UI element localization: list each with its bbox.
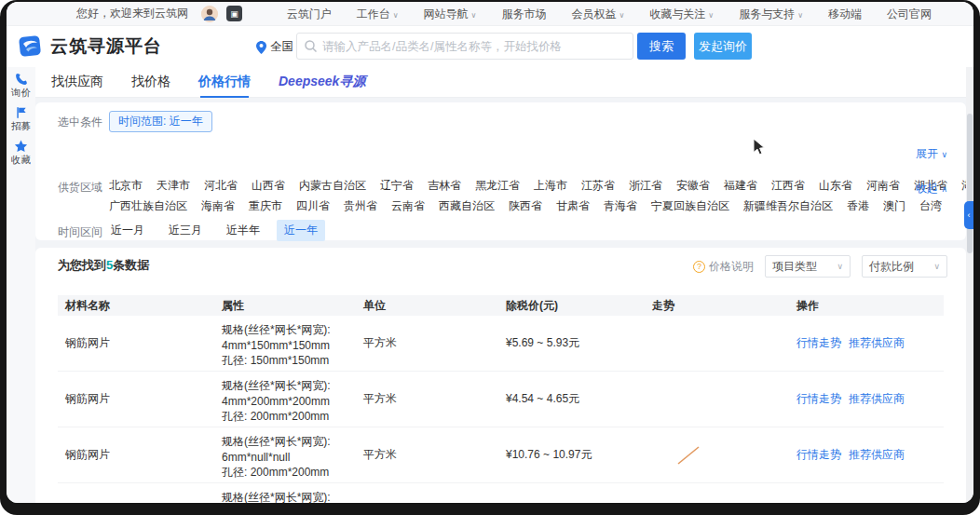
region-option[interactable]: 台湾 bbox=[919, 198, 942, 214]
tab[interactable]: 价格行情 bbox=[198, 67, 251, 98]
region-option[interactable]: 山东省 bbox=[819, 178, 852, 194]
region-option[interactable]: 吉林省 bbox=[428, 178, 461, 194]
window-frame: 您好，欢迎来到云筑网 ▣ 云筑门户 工作台 网站导航 服务市场 会员权益 收藏与… bbox=[0, 0, 980, 515]
region-option[interactable]: 新疆维吾尔自治区 bbox=[743, 198, 833, 214]
col-header-trend: 走势 bbox=[645, 298, 789, 314]
side-panel-toggle[interactable]: ‹ bbox=[964, 201, 973, 229]
recommend-supplier-link[interactable]: 推荐供应商 bbox=[849, 335, 905, 351]
region-option[interactable]: 辽宁省 bbox=[380, 178, 414, 194]
recommend-supplier-link[interactable]: 推荐供应商 bbox=[849, 447, 905, 463]
region-option[interactable]: 青海省 bbox=[604, 198, 637, 214]
region-option[interactable]: 四川省 bbox=[296, 198, 330, 214]
region-option[interactable]: 福建省 bbox=[724, 178, 757, 194]
market-trend-link[interactable]: 行情走势 bbox=[796, 447, 841, 463]
main-header: 云筑寻源平台 全国 搜索 发起询价 bbox=[7, 26, 973, 67]
topnav-link[interactable]: 会员权益 bbox=[571, 7, 624, 22]
spec-line: 规格(丝径*网长*网宽): bbox=[222, 378, 356, 394]
page: 您好，欢迎来到云筑网 ▣ 云筑门户 工作台 网站导航 服务市场 会员权益 收藏与… bbox=[7, 2, 973, 503]
attribute-cell: 规格(丝径*网长*网宽): 4mm*150mm*150mm 孔径: 150mm*… bbox=[214, 316, 356, 371]
region-option[interactable]: 上海市 bbox=[534, 178, 567, 194]
region-option[interactable]: 云南省 bbox=[391, 198, 425, 214]
topnav-link[interactable]: 工作台 bbox=[357, 7, 399, 22]
trend-cell bbox=[645, 427, 789, 482]
help-icon: ? bbox=[693, 261, 705, 273]
rail-item-favorites[interactable]: 收藏 bbox=[11, 140, 31, 167]
attribute-cell: 规格(丝径*网长*网宽): 6mm*null*null 孔径: 200mm*20… bbox=[214, 427, 356, 482]
region-option[interactable]: 天津市 bbox=[157, 178, 190, 194]
region-option[interactable]: 黑龙江省 bbox=[475, 178, 520, 194]
region-option[interactable]: 澳门 bbox=[883, 198, 905, 214]
flag-icon bbox=[15, 106, 28, 119]
topnav-link[interactable]: 网站导航 bbox=[424, 7, 477, 22]
tab[interactable]: Deepseek寻源 bbox=[279, 67, 365, 98]
table-header-row: 材料名称 属性 单位 除税价(元) 走势 操作 bbox=[58, 295, 944, 316]
yunzhu-logo-icon bbox=[18, 34, 43, 59]
time-option[interactable]: 近一年 bbox=[277, 220, 325, 241]
expand-link[interactable]: 展开 ∨ bbox=[916, 146, 947, 162]
user-avatar-icon[interactable] bbox=[201, 6, 218, 22]
topnav-link[interactable]: 服务市场 bbox=[501, 7, 546, 22]
region-option[interactable]: 香港 bbox=[847, 198, 869, 214]
brand-logo[interactable]: 云筑寻源平台 bbox=[18, 34, 162, 59]
region-option[interactable]: 重庆市 bbox=[249, 198, 282, 214]
region-option[interactable]: 江西省 bbox=[771, 178, 805, 194]
scrollbar-thumb[interactable] bbox=[967, 114, 973, 253]
region-selector[interactable]: 全国 bbox=[256, 39, 293, 55]
market-trend-link[interactable]: 行情走势 bbox=[796, 335, 841, 351]
region-option[interactable]: 内蒙古自治区 bbox=[299, 178, 366, 194]
price-range bbox=[498, 483, 645, 503]
chevron-down-icon: ∨ bbox=[837, 262, 843, 271]
region-option[interactable]: 甘肃省 bbox=[556, 198, 590, 214]
unit-cell: 平方米 bbox=[356, 372, 498, 427]
search-icon bbox=[305, 40, 317, 52]
collapse-link[interactable]: 收起 ∧ bbox=[916, 181, 947, 197]
market-trend-link[interactable]: 行情走势 bbox=[796, 391, 841, 407]
region-option[interactable]: 广西壮族自治区 bbox=[109, 198, 187, 214]
tab[interactable]: 找供应商 bbox=[51, 67, 103, 98]
vertical-scrollbar[interactable] bbox=[966, 67, 973, 503]
topnav-link[interactable]: 移动端 bbox=[828, 7, 862, 22]
recommend-supplier-link[interactable]: 推荐供应商 bbox=[849, 391, 905, 407]
material-name: 钢筋网片 bbox=[58, 372, 214, 427]
search-box bbox=[296, 33, 633, 60]
region-option[interactable]: 安徽省 bbox=[676, 178, 710, 194]
region-option[interactable]: 河南省 bbox=[866, 178, 900, 194]
community-app-icon[interactable]: ▣ bbox=[226, 6, 242, 21]
region-option[interactable]: 西藏自治区 bbox=[439, 198, 495, 214]
region-option[interactable]: 宁夏回族自治区 bbox=[651, 198, 729, 214]
region-option[interactable]: 山西省 bbox=[252, 178, 285, 194]
chevron-down-icon: ∨ bbox=[941, 150, 947, 159]
region-option[interactable]: 海南省 bbox=[201, 198, 235, 214]
rail-item-recruit[interactable]: 招募 bbox=[11, 106, 31, 133]
time-option[interactable]: 近三月 bbox=[161, 220, 210, 241]
region-option[interactable]: 北京市 bbox=[109, 178, 143, 194]
rail-label: 询价 bbox=[11, 87, 31, 100]
selected-time-range-tag[interactable]: 时间范围: 近一年 bbox=[109, 111, 212, 132]
topnav-link[interactable]: 云筑门户 bbox=[287, 7, 332, 22]
region-option[interactable]: 浙江省 bbox=[629, 178, 662, 194]
topnav-link[interactable]: 公司官网 bbox=[887, 7, 932, 22]
payment-ratio-select[interactable]: 付款比例 ∨ bbox=[862, 255, 947, 278]
chevron-down-icon: ∨ bbox=[933, 262, 940, 271]
region-option[interactable]: 江苏省 bbox=[581, 178, 615, 194]
project-type-select[interactable]: 项目类型 ∨ bbox=[765, 255, 851, 278]
region-option[interactable]: 陕西省 bbox=[509, 198, 542, 214]
results-controls: ? 价格说明 项目类型 ∨ 付款比例 ∨ bbox=[693, 255, 947, 278]
topnav-link[interactable]: 收藏与关注 bbox=[649, 7, 714, 22]
search-input[interactable] bbox=[322, 40, 625, 53]
search-button[interactable]: 搜索 bbox=[637, 33, 686, 60]
time-option[interactable]: 近一月 bbox=[103, 220, 152, 241]
material-name: 钢筋网片 bbox=[58, 427, 214, 482]
region-option[interactable]: 贵州省 bbox=[344, 198, 377, 214]
brand-title: 云筑寻源平台 bbox=[50, 34, 162, 59]
star-icon bbox=[14, 140, 28, 153]
start-inquiry-button[interactable]: 发起询价 bbox=[694, 33, 752, 60]
price-note[interactable]: ? 价格说明 bbox=[693, 259, 754, 275]
trend-cell bbox=[645, 316, 789, 371]
time-option[interactable]: 近半年 bbox=[219, 220, 267, 241]
region-option[interactable]: 河北省 bbox=[204, 178, 238, 194]
rail-item-inquiry[interactable]: 询价 bbox=[11, 73, 31, 100]
topnav-link[interactable]: 服务与支持 bbox=[739, 7, 803, 22]
col-header-unit: 单位 bbox=[356, 298, 498, 314]
tab[interactable]: 找价格 bbox=[131, 67, 170, 98]
